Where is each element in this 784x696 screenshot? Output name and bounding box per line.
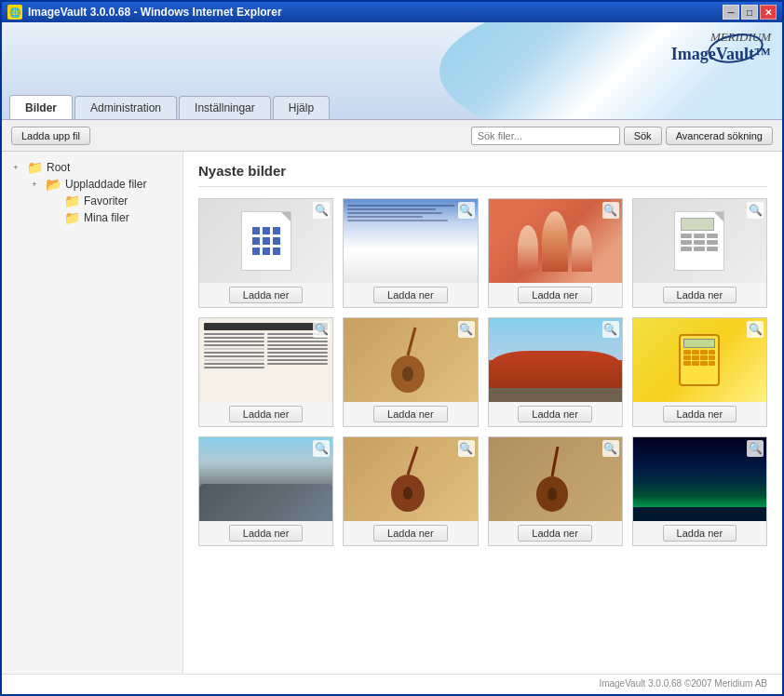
sidebar-item-root[interactable]: + 📁 Root [6,159,179,176]
main-window: 🌐 ImageVault 3.0.0.68 - Windows Internet… [0,0,784,696]
svg-line-4 [408,447,417,475]
image-thumb: 🔍 [199,437,332,521]
zoom-icon[interactable]: 🔍 [747,440,764,457]
svg-line-7 [552,447,558,476]
advanced-search-button[interactable]: Avancerad sökning [666,127,773,145]
search-button[interactable]: Sök [624,127,662,145]
sidebar-subtree: + 📂 Uppladdade filer 📁 Favoriter 📁 Mina … [6,176,179,226]
search-input[interactable] [471,127,620,145]
zoom-icon[interactable]: 🔍 [602,321,619,338]
zoom-icon[interactable]: 🔍 [458,440,475,457]
download-button[interactable]: Ladda ner [518,406,592,422]
image-thumb: 🔍 [344,318,477,402]
sidebar-uploaded-label: Uppladdade filer [65,178,146,191]
zoom-icon[interactable]: 🔍 [313,440,330,457]
hc-btn [709,355,716,360]
hc-btn [683,355,691,360]
tabs-row: Bilder Administration Inställningar Hjäl… [9,95,330,119]
image-thumb: 🔍 [489,199,622,283]
zoom-icon[interactable]: 🔍 [458,321,475,338]
svg-point-8 [547,488,557,501]
window-title: ImageVault 3.0.0.68 - Windows Internet E… [28,6,282,19]
toolbar-right: Sök Avancerad sökning [471,127,773,145]
title-bar: 🌐 ImageVault 3.0.0.68 - Windows Internet… [2,2,782,22]
image-thumb: 🔍 [633,199,766,283]
title-bar-left: 🌐 ImageVault 3.0.0.68 - Windows Internet… [7,5,282,20]
sidebar-item-myfiles[interactable]: 📁 Mina filer [43,209,179,226]
download-button[interactable]: Ladda ner [229,287,304,303]
sidebar-item-favorites[interactable]: 📁 Favoriter [43,193,179,209]
ie-icon: 🌐 [7,5,22,20]
ss-line [347,208,436,210]
toolbar: Ladda upp fil Sök Avancerad sökning [2,120,782,152]
image-thumb: 🔍 [199,318,332,402]
image-card: 🔍 Ladda ner [632,436,767,546]
image-grid: 🔍 Ladda ner [198,198,767,546]
image-card: 🔍 Ladda ner [198,198,333,308]
image-thumb: 🔍 [199,199,332,283]
image-card: 🔍 Ladda ner [488,317,623,427]
maximize-button[interactable]: □ [741,5,758,20]
sidebar-item-uploaded[interactable]: + 📂 Uppladdade filer [24,176,179,193]
favorites-icon: 📁 [63,194,80,207]
download-button[interactable]: Ladda ner [518,287,592,303]
ss-line [347,212,441,214]
spacer [47,194,60,207]
image-card: 🔍 Ladda ner [198,317,333,427]
image-card: 🔍 Ladda ner [488,198,623,308]
download-button[interactable]: Ladda ner [663,525,737,542]
sidebar-myfiles-label: Mina filer [84,211,129,224]
zoom-icon[interactable]: 🔍 [458,202,475,219]
image-card: 🔍 Ladda ner [632,317,767,427]
download-button[interactable]: Ladda ner [373,406,448,422]
download-button[interactable]: Ladda ner [663,406,737,422]
ss-line [347,216,423,218]
close-button[interactable]: ✕ [760,5,777,20]
hc-buttons [683,350,715,366]
hc-btn [700,355,708,360]
svg-line-1 [408,328,415,355]
download-button[interactable]: Ladda ner [518,525,592,542]
hc-screen [683,339,715,348]
root-label: Root [47,161,70,174]
expand-icon: + [28,178,41,191]
download-button[interactable]: Ladda ner [229,406,304,422]
hc-btn [700,350,708,355]
image-card: 🔍 Ladda ner [488,436,623,546]
hc-btn [692,350,699,355]
download-button[interactable]: Ladda ner [663,287,737,303]
hc-btn [709,361,716,366]
myfiles-icon: 📁 [63,211,80,224]
download-button[interactable]: Ladda ner [373,287,448,303]
zoom-icon[interactable]: 🔍 [602,440,619,457]
hc-btn [709,350,716,355]
hc-btn [692,361,699,366]
image-thumb: 🔍 [633,437,766,521]
logo-area: MERIDIUM ImageVault™ [671,30,771,64]
image-card: 🔍 Ladda ner [343,436,478,546]
zoom-icon[interactable]: 🔍 [313,202,330,219]
upload-button[interactable]: Ladda upp fil [11,127,90,145]
tab-administration[interactable]: Administration [74,96,177,119]
tab-installningar[interactable]: Inställningar [179,96,271,119]
zoom-icon[interactable]: 🔍 [602,202,619,219]
zoom-icon[interactable]: 🔍 [747,202,764,219]
image-card: 🔍 Ladda ner [632,198,767,308]
svg-point-5 [403,487,412,500]
hc-btn [692,355,699,360]
download-button[interactable]: Ladda ner [373,525,448,542]
tab-bilder[interactable]: Bilder [9,95,73,119]
header-area: MERIDIUM ImageVault™ Bilder Administrati… [2,22,782,120]
image-thumb: 🔍 [489,318,622,402]
image-thumb: 🔍 [633,318,766,402]
image-card: 🔍 Ladda ner [343,198,478,308]
main-area: + 📁 Root + 📂 Uppladdade filer 📁 Favorite… [2,152,782,674]
section-title: Nyaste bilder [198,163,767,187]
download-button[interactable]: Ladda ner [229,525,304,542]
minimize-button[interactable]: ─ [723,5,739,20]
footer-text: ImageVault 3.0.0.68 ©2007 Meridium AB [599,678,767,689]
tab-hjalp[interactable]: Hjälp [273,96,330,119]
title-bar-buttons: ─ □ ✕ [723,5,777,20]
zoom-icon[interactable]: 🔍 [313,321,330,338]
zoom-icon[interactable]: 🔍 [747,321,764,338]
